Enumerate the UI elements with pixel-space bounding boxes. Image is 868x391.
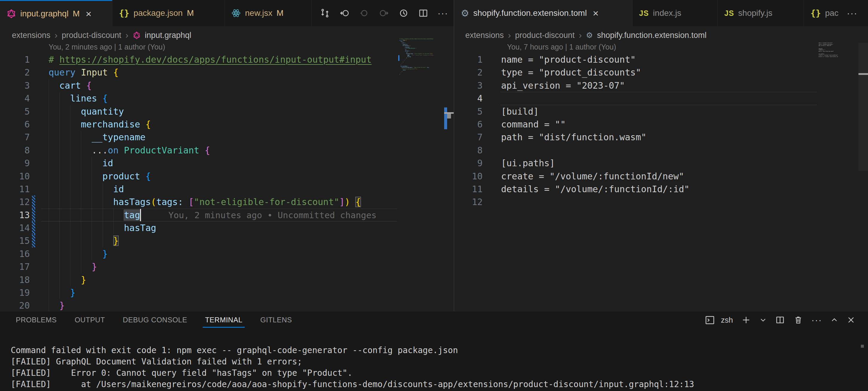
maximize-panel-chevron-icon[interactable] [830, 316, 838, 324]
code-line[interactable]: 6command = "" [454, 118, 868, 131]
code-line[interactable]: 4 [454, 92, 868, 105]
code-line[interactable]: 20 } [0, 299, 454, 311]
line-number[interactable]: 19 [0, 286, 30, 299]
gitlens-blame-header[interactable]: You, 2 minutes ago | 1 author (You) [49, 43, 165, 51]
code-line[interactable]: 19 } [0, 286, 454, 299]
split-terminal-icon[interactable] [775, 315, 785, 325]
line-number[interactable]: 4 [454, 92, 483, 105]
tab-gitlens[interactable]: GITLENS [260, 311, 292, 329]
tab-shopify-js[interactable]: JS shopify.js [718, 0, 804, 26]
launch-profile-chevron-icon[interactable] [759, 316, 767, 324]
gitlens-blame-header[interactable]: You, 7 hours ago | 1 author (You) [507, 43, 616, 51]
code-line[interactable]: 8 [454, 144, 868, 157]
line-number[interactable]: 12 [454, 196, 483, 208]
new-terminal-icon[interactable] [741, 315, 751, 325]
change-disabled-icon[interactable] [359, 8, 370, 19]
line-number[interactable]: 10 [0, 170, 30, 183]
next-change-disabled-icon[interactable] [378, 8, 389, 19]
code-line[interactable]: 10 product { [0, 170, 454, 183]
timeline-icon[interactable] [398, 8, 409, 19]
previous-change-icon[interactable] [339, 8, 350, 19]
line-number[interactable]: 3 [454, 79, 483, 92]
code-line[interactable]: 12 [454, 196, 868, 208]
line-number[interactable]: 8 [454, 144, 483, 157]
breadcrumb-item[interactable]: extensions [12, 31, 51, 40]
line-number[interactable]: 7 [454, 131, 483, 144]
code-line[interactable]: 10create = "/volume/:functionId/new" [454, 170, 868, 183]
compare-changes-icon[interactable] [319, 8, 330, 19]
scrollbar-handle[interactable] [447, 114, 451, 118]
code-line[interactable]: 3 cart { [0, 79, 454, 92]
line-number[interactable]: 4 [0, 92, 30, 105]
code-line[interactable]: 2query Input { [0, 66, 454, 79]
line-number[interactable]: 6 [454, 118, 483, 131]
code-line[interactable]: 6 merchandise { [0, 118, 454, 131]
close-panel-icon[interactable] [846, 315, 856, 325]
tab-terminal[interactable]: TERMINAL [205, 311, 242, 329]
close-icon[interactable]: × [593, 8, 599, 18]
line-number[interactable]: 9 [0, 157, 30, 170]
code-line[interactable]: 7 __typename [0, 131, 454, 144]
more-tabs-icon[interactable]: ··· [847, 8, 858, 18]
more-actions-icon[interactable]: ··· [438, 8, 448, 18]
code-line[interactable]: 3api_version = "2023-07" [454, 79, 868, 92]
close-icon[interactable]: × [86, 9, 92, 19]
tab-input-graphql[interactable]: input.graphql M × [0, 0, 113, 26]
code-line[interactable]: 12 hasTags(tags: ["not-eligible-for-disc… [0, 196, 454, 208]
breadcrumb-file[interactable]: shopify.function.extension.toml [597, 31, 707, 40]
tab-shopify-function-extension-toml[interactable]: ⚙ shopify.function.extension.toml × [454, 0, 632, 26]
minimap[interactable]: name = "product-discount"type = "product… [818, 43, 857, 63]
breadcrumb-item[interactable]: extensions [465, 31, 504, 40]
code-line[interactable]: 5[build] [454, 105, 868, 118]
code-line[interactable]: 13 tagYou, 2 minutes ago • Uncommitted c… [0, 208, 454, 221]
line-number[interactable]: 2 [0, 66, 30, 79]
line-number[interactable]: 15 [0, 234, 30, 247]
code-line[interactable]: 1# https://shopify.dev/docs/apps/functio… [0, 53, 454, 66]
code-line[interactable]: 9 id [0, 157, 454, 170]
tab-debug-console[interactable]: DEBUG CONSOLE [123, 311, 187, 329]
line-number[interactable]: 1 [0, 53, 30, 66]
tab-package-json[interactable]: {} package.json M [113, 0, 225, 26]
tab-package-json-truncated[interactable]: {} pac ··· [804, 0, 868, 26]
tab-new-jsx[interactable]: new.jsx M [225, 0, 311, 26]
line-number[interactable]: 1 [454, 53, 483, 66]
code-line[interactable]: 7path = "dist/function.wasm" [454, 131, 868, 144]
code-line[interactable]: 15 } [0, 234, 454, 247]
line-number[interactable]: 10 [454, 170, 483, 183]
split-editor-icon[interactable] [418, 8, 429, 19]
code-line[interactable]: 16 } [0, 247, 454, 260]
line-number[interactable]: 8 [0, 144, 30, 157]
breadcrumb-item[interactable]: product-discount [515, 31, 575, 40]
panel-more-actions-icon[interactable]: ··· [811, 315, 822, 325]
tab-output[interactable]: OUTPUT [74, 311, 105, 329]
line-number[interactable]: 11 [0, 183, 30, 196]
shell-name[interactable]: zsh [721, 315, 733, 325]
line-number[interactable]: 9 [454, 157, 483, 170]
code-line[interactable]: 18 } [0, 273, 454, 286]
line-number[interactable]: 6 [0, 118, 30, 131]
line-number[interactable]: 7 [0, 131, 30, 144]
terminal-shell-icon[interactable] [704, 315, 715, 326]
code-line[interactable]: 1name = "product-discount" [454, 53, 868, 66]
code-line[interactable]: 11details = "/volume/:functionId/:id" [454, 183, 868, 196]
editor-group-divider[interactable] [454, 0, 454, 311]
code-line[interactable]: 11 id [0, 183, 454, 196]
line-number[interactable]: 20 [0, 299, 30, 311]
kill-terminal-trash-icon[interactable] [793, 315, 803, 325]
code-line[interactable]: 4 lines { [0, 92, 454, 105]
code-line[interactable]: 8 ...on ProductVariant { [0, 144, 454, 157]
code-line[interactable]: 17 } [0, 260, 454, 273]
line-number[interactable]: 17 [0, 260, 30, 273]
tab-problems[interactable]: PROBLEMS [16, 311, 57, 329]
line-number[interactable]: 12 [0, 196, 30, 208]
terminal-output[interactable]: Command failed with exit code 1: npm exe… [11, 345, 694, 390]
line-number[interactable]: 13 [0, 208, 30, 221]
line-number[interactable]: 14 [0, 221, 30, 234]
breadcrumb-file[interactable]: input.graphql [145, 31, 191, 40]
line-number[interactable]: 5 [454, 105, 483, 118]
tab-index-js[interactable]: JS index.js [632, 0, 718, 26]
code-line[interactable]: 9[ui.paths] [454, 157, 868, 170]
code-line[interactable]: 14 hasTag [0, 221, 454, 234]
line-number[interactable]: 5 [0, 105, 30, 118]
code-line[interactable]: 5 quantity [0, 105, 454, 118]
